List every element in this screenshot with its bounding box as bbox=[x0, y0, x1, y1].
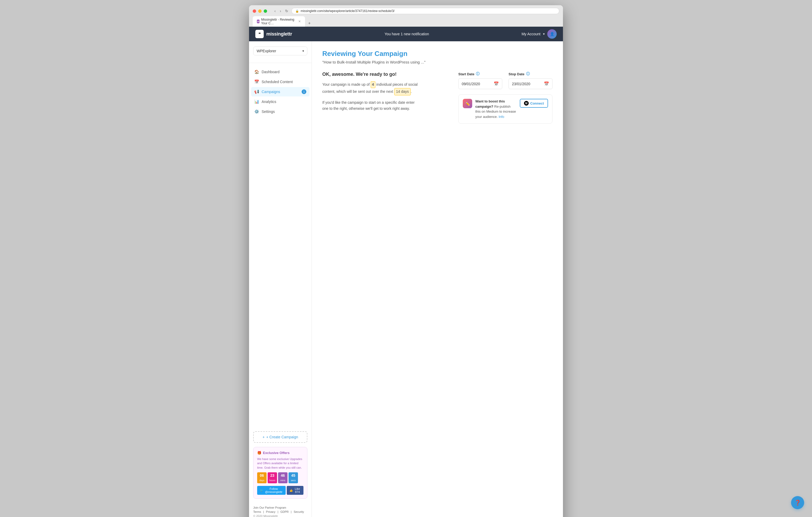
start-date-value: 09/01/2020 bbox=[462, 82, 480, 86]
boost-text: Want to boost this campaign? Re-publish … bbox=[475, 99, 517, 119]
address-bar[interactable]: 🔒 missinglettr.com/site/wpexplorer/artic… bbox=[291, 8, 559, 14]
start-date-info-icon[interactable]: ⓘ bbox=[476, 71, 480, 76]
hours-label: hours bbox=[269, 479, 276, 482]
start-date-input[interactable]: 09/01/2020 📅 bbox=[458, 79, 502, 89]
sidebar-item-label: Scheduled Content bbox=[262, 80, 293, 84]
connect-label: Connect bbox=[530, 101, 544, 105]
help-icon: ❓ bbox=[794, 499, 801, 506]
reload-button[interactable]: ↻ bbox=[284, 8, 289, 13]
sidebar-item-label: Analytics bbox=[262, 99, 276, 104]
minimize-button[interactable] bbox=[258, 9, 262, 13]
workspace-name: WPExplorer bbox=[257, 49, 276, 53]
timer-hours: 23 hours bbox=[268, 472, 277, 483]
forward-nav-button[interactable]: › bbox=[279, 8, 282, 13]
sidebar-divider bbox=[249, 63, 312, 63]
sidebar-nav: 🏠 Dashboard 📅 Scheduled Content 📢 Campai… bbox=[249, 67, 312, 117]
timer-days: 06 days bbox=[257, 472, 267, 483]
workspace-selector[interactable]: WPExplorer ▾ bbox=[253, 47, 308, 55]
partner-program-link[interactable]: Join Our Partner Program bbox=[253, 506, 286, 509]
notification-text: You have 1 new notification bbox=[384, 32, 429, 36]
gdpr-link[interactable]: GDPR bbox=[281, 510, 289, 513]
sidebar-item-campaigns[interactable]: 📢 Campaigns 1 bbox=[251, 87, 310, 96]
sidebar-item-dashboard[interactable]: 🏠 Dashboard bbox=[251, 67, 310, 77]
copyright-text: © 2020 Missinglettr bbox=[253, 514, 308, 517]
sidebar-item-label: Campaigns bbox=[262, 90, 280, 94]
medium-icon: M bbox=[524, 101, 529, 105]
privacy-link[interactable]: Privacy bbox=[266, 510, 276, 513]
stop-date-value: 23/01/2020 bbox=[512, 82, 530, 86]
browser-chrome: ‹ › ↻ 🔒 missinglettr.com/site/wpexplorer… bbox=[249, 5, 563, 27]
campaigns-badge: 1 bbox=[301, 89, 306, 94]
my-account-label: My Account bbox=[522, 32, 541, 36]
facebook-like-button[interactable]: 👍 Like 874 bbox=[287, 486, 303, 495]
browser-tab[interactable]: m Missinglettr - Reviewing Your C… ✕ bbox=[253, 16, 305, 27]
lock-icon: 🔒 bbox=[295, 9, 299, 13]
create-campaign-label: + Create Campaign bbox=[266, 435, 298, 439]
sidebar-item-analytics[interactable]: 📊 Analytics bbox=[251, 97, 310, 107]
twitter-follow-button[interactable]: 🐦 Follow @missinglettr bbox=[257, 486, 286, 495]
days-label: days bbox=[259, 479, 264, 482]
sidebar-item-scheduled-content[interactable]: 📅 Scheduled Content bbox=[251, 77, 310, 87]
maximize-button[interactable] bbox=[264, 9, 267, 13]
terms-link[interactable]: Terms bbox=[253, 510, 261, 513]
browser-window: ‹ › ↻ 🔒 missinglettr.com/site/wpexplorer… bbox=[249, 5, 563, 517]
countdown-timer: 06 days 23 hours 46 mins bbox=[257, 472, 303, 483]
exclusive-offers-title: 🎁 Exclusive Offers bbox=[257, 451, 303, 455]
content-area: Reviewing Your Campaign "How to Bulk-Ins… bbox=[312, 41, 563, 517]
tab-bar: m Missinglettr - Reviewing Your C… ✕ + bbox=[253, 16, 559, 27]
campaign-count: 4 bbox=[371, 81, 375, 88]
security-link[interactable]: Security bbox=[293, 510, 304, 513]
url-text: missinglettr.com/site/wpexplorer/article… bbox=[300, 9, 395, 13]
tab-close-icon[interactable]: ✕ bbox=[298, 20, 301, 23]
ready-para2: If you'd like the campaign to start on a… bbox=[322, 99, 422, 112]
mins-label: mins bbox=[280, 479, 285, 482]
days-number: 06 bbox=[259, 473, 265, 478]
exclusive-offers-card: 🎁 Exclusive Offers We have some exclusiv… bbox=[253, 447, 308, 499]
avatar: 👤 bbox=[547, 29, 557, 39]
stop-date-info-icon[interactable]: ⓘ bbox=[526, 71, 530, 76]
campaign-days: 14 days bbox=[394, 88, 411, 95]
create-campaign-button[interactable]: + + Create Campaign bbox=[253, 431, 308, 443]
my-account-menu[interactable]: My Account ▾ 👤 bbox=[522, 29, 557, 39]
gift-icon: 🎁 bbox=[257, 451, 261, 455]
twitter-icon: 🐦 bbox=[260, 489, 263, 492]
top-navigation: ❝ missinglettr You have 1 new notificati… bbox=[249, 27, 563, 41]
back-nav-button[interactable]: ‹ bbox=[273, 8, 277, 13]
tab-favicon: m bbox=[257, 20, 260, 23]
start-date-label: Start Date ⓘ bbox=[458, 71, 502, 76]
social-buttons: 🐦 Follow @missinglettr 👍 Like 874 bbox=[257, 486, 303, 495]
plus-icon: + bbox=[263, 435, 265, 439]
left-content: OK, awesome. We're ready to go! Your cam… bbox=[322, 71, 448, 514]
date-row: Start Date ⓘ 09/01/2020 📅 Sto bbox=[458, 71, 552, 89]
secs-label: secs bbox=[291, 479, 296, 482]
settings-icon: ⚙️ bbox=[254, 109, 259, 114]
ready-desc-3: . bbox=[411, 89, 412, 94]
home-icon: 🏠 bbox=[254, 69, 259, 74]
hours-number: 23 bbox=[269, 473, 276, 478]
sidebar-item-settings[interactable]: ⚙️ Settings bbox=[251, 107, 310, 116]
ready-title: OK, awesome. We're ready to go! bbox=[322, 71, 448, 77]
logo-emoji: ❝ bbox=[258, 32, 261, 37]
content-body: OK, awesome. We're ready to go! Your cam… bbox=[322, 71, 552, 514]
boost-info-link[interactable]: Info bbox=[499, 115, 504, 119]
new-tab-button[interactable]: + bbox=[306, 20, 313, 27]
main-layout: WPExplorer ▾ 🏠 Dashboard 📅 Scheduled Con… bbox=[249, 41, 563, 517]
right-content: Start Date ⓘ 09/01/2020 📅 Sto bbox=[458, 71, 552, 514]
workspace-chevron-icon: ▾ bbox=[302, 49, 304, 53]
secs-number: 45 bbox=[290, 473, 296, 478]
page-title: Reviewing Your Campaign bbox=[322, 50, 552, 58]
close-button[interactable] bbox=[253, 9, 256, 13]
mins-number: 46 bbox=[280, 473, 286, 478]
start-date-label-text: Start Date bbox=[458, 72, 474, 76]
stop-date-label-text: Stop Date bbox=[509, 72, 524, 76]
notification-banner: You have 1 new notification bbox=[292, 32, 521, 36]
stop-date-input[interactable]: 23/01/2020 📅 bbox=[509, 79, 552, 89]
boost-icon: ✏️ bbox=[463, 99, 472, 108]
page-subtitle: "How to Bulk-Install Multiple Plugins in… bbox=[322, 60, 552, 64]
twitter-label: Follow @missinglettr bbox=[264, 487, 283, 493]
help-fab-button[interactable]: ❓ bbox=[791, 496, 804, 509]
logo-area: ❝ missinglettr bbox=[255, 30, 292, 38]
sidebar-item-label: Settings bbox=[262, 110, 275, 114]
connect-button[interactable]: M Connect bbox=[520, 99, 548, 108]
boost-campaign-card: ✏️ Want to boost this campaign? Re-publi… bbox=[458, 94, 552, 124]
